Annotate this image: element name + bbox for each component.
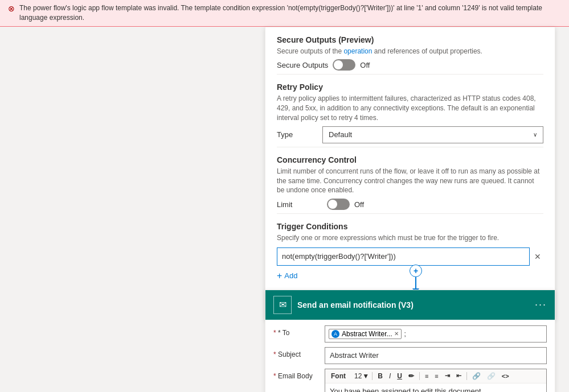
condition-input-row: ✕: [277, 247, 543, 266]
secure-outputs-label: Secure Outputs: [277, 61, 328, 69]
ul-button[interactable]: ≡: [432, 372, 440, 381]
email-icon: ✉: [279, 299, 286, 310]
condition-clear-icon[interactable]: ✕: [532, 250, 543, 263]
retry-policy-desc: A retry policy applies to intermittent f…: [277, 94, 543, 122]
retry-type-dropdown[interactable]: Default ∨: [322, 126, 543, 143]
limit-label: Limit: [277, 200, 322, 209]
divider-2: [277, 147, 543, 147]
dropdown-arrow-icon: ∨: [533, 131, 537, 138]
italic-button[interactable]: I: [387, 371, 393, 381]
email-form: * * To A Abstract Writer... ✕ ; * Subjec…: [265, 320, 555, 392]
body-editor[interactable]: Font 12 ▼ B I U ✏ ≡ ≡ ⇥: [325, 369, 547, 392]
error-icon: ⊗: [8, 4, 15, 13]
to-token: A Abstract Writer... ✕: [329, 329, 402, 339]
subject-label: * Subject: [273, 347, 325, 358]
email-card: ✉ Send an email notification (V3) ··· * …: [265, 290, 555, 392]
trigger-conditions-title: Trigger Conditions: [277, 222, 543, 231]
secure-outputs-desc: Secure outputs of the operation and refe…: [277, 47, 543, 56]
email-icon-box: ✉: [273, 296, 292, 314]
canvas: Secure Outputs (Preview) Secure outputs …: [0, 27, 569, 392]
rich-toolbar: Font 12 ▼ B I U ✏ ≡ ≡ ⇥: [325, 369, 546, 383]
secure-outputs-state: Off: [360, 61, 370, 69]
email-card-menu-button[interactable]: ···: [535, 299, 547, 311]
ol-button[interactable]: ≡: [423, 372, 431, 381]
retry-type-label: Type: [277, 130, 322, 139]
link-button[interactable]: 🔗: [470, 371, 483, 381]
email-card-header: ✉ Send an email notification (V3) ···: [265, 290, 555, 320]
to-row: * * To A Abstract Writer... ✕ ;: [273, 325, 547, 343]
underline-button[interactable]: U: [395, 371, 404, 381]
to-field[interactable]: A Abstract Writer... ✕ ;: [325, 325, 547, 343]
toolbar-divider-2: [419, 372, 420, 380]
font-select[interactable]: Font: [329, 371, 353, 381]
retry-policy-title: Retry Policy: [277, 82, 543, 92]
connector: +: [410, 265, 422, 293]
error-banner: ⊗ The power flow's logic app flow templa…: [0, 0, 569, 27]
code-button[interactable]: <>: [500, 372, 511, 381]
concurrency-title: Concurrency Control: [277, 155, 543, 164]
to-label: * * To: [273, 325, 325, 337]
limit-toggle[interactable]: [327, 199, 350, 210]
body-label: * Email Body: [273, 369, 325, 380]
concurrency-desc: Limit number of concurrent runs of the f…: [277, 167, 543, 195]
outdent-button[interactable]: ⇤: [454, 371, 464, 381]
limit-state: Off: [354, 200, 364, 209]
token-separator: ;: [404, 330, 406, 338]
error-text: The power flow's logic app flow template…: [19, 3, 561, 23]
subject-row: * Subject: [273, 347, 547, 364]
email-card-header-left: ✉ Send an email notification (V3): [273, 296, 414, 314]
divider-1: [277, 74, 543, 75]
token-remove-icon[interactable]: ✕: [394, 331, 399, 337]
subject-input[interactable]: [325, 347, 547, 364]
trigger-conditions-desc: Specify one or more expressions which mu…: [277, 233, 543, 243]
retry-type-row: Type Default ∨: [277, 126, 543, 143]
operation-link[interactable]: operation: [343, 47, 372, 55]
secure-outputs-title: Secure Outputs (Preview): [277, 35, 543, 44]
body-row: * Email Body Font 12 ▼ B I U ✏: [273, 369, 547, 392]
indent-button[interactable]: ⇥: [443, 371, 452, 381]
unlink-button[interactable]: 🔗: [485, 371, 498, 381]
font-size-control[interactable]: 12 ▼: [354, 372, 369, 380]
toolbar-divider-1: [372, 372, 372, 380]
divider-3: [277, 213, 543, 214]
connector-line: [415, 277, 416, 288]
token-avatar-icon: A: [331, 330, 339, 338]
email-card-title: Send an email notification (V3): [297, 300, 414, 310]
bold-button[interactable]: B: [375, 371, 385, 381]
add-plus-icon: +: [277, 271, 282, 280]
body-content[interactable]: You have been assigned to edit this docu…: [325, 383, 546, 392]
secure-outputs-row: Secure Outputs Off: [277, 59, 543, 71]
secure-outputs-toggle[interactable]: [333, 59, 355, 71]
condition-input[interactable]: [277, 247, 530, 266]
toolbar-divider-3: [466, 372, 467, 380]
add-step-button[interactable]: +: [410, 265, 422, 277]
pencil-button[interactable]: ✏: [406, 371, 416, 381]
concurrency-row: Limit Off: [277, 199, 543, 210]
